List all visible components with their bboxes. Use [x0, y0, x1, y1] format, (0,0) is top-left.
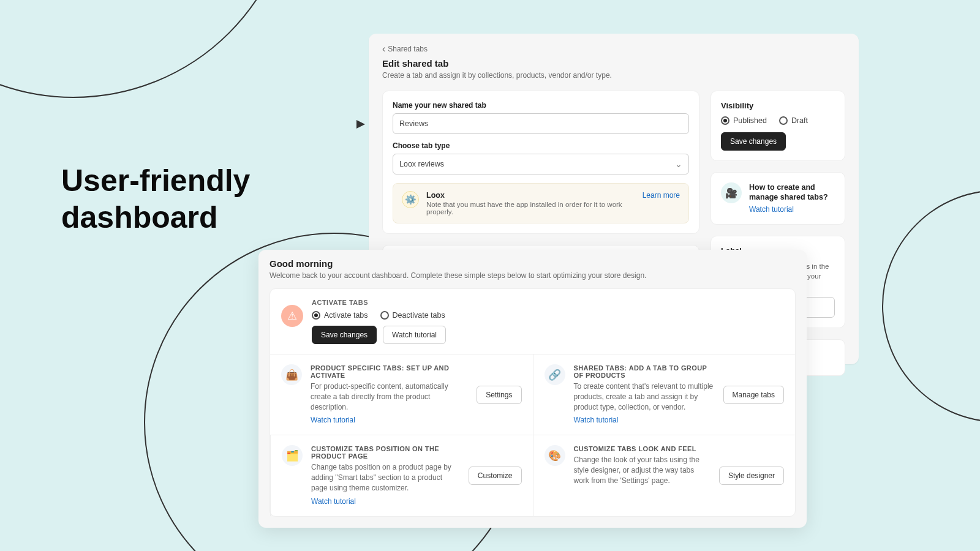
warning-icon: ⚠ [281, 305, 303, 327]
tab-type-select[interactable]: Loox reviews [393, 154, 689, 174]
cell-text: Change tabs position on a product page b… [311, 462, 460, 493]
page-title: Edit shared tab [382, 58, 845, 69]
radio-dot-icon [779, 116, 788, 125]
radio-draft-label: Draft [791, 116, 808, 125]
learn-more-link[interactable]: Learn more [643, 191, 680, 200]
cell-title: CUSTOMIZE TABS LOOK AND FEEL [574, 445, 710, 452]
hero-line-2: dashboard [61, 199, 250, 236]
cell-customize-position: 🗂️ CUSTOMIZE TABS POSITION ON THE PRODUC… [270, 435, 533, 515]
hero-heading: User-friendly dashboard [61, 162, 250, 236]
pointer-arrow-icon [356, 120, 365, 129]
tutorial-title: How to create and manage shared tabs? [749, 182, 835, 203]
tab-type-value: Loox reviews [399, 160, 444, 168]
style-designer-button[interactable]: Style designer [719, 467, 784, 485]
cell-customize-look: 🎨 CUSTOMIZE TABS LOOK AND FEEL Change th… [533, 435, 796, 515]
cell-title: SHARED TABS: ADD A TAB TO GROUP OF PRODU… [574, 364, 715, 379]
settings-button[interactable]: Settings [477, 386, 521, 404]
tutorial-card: 🎥 How to create and manage shared tabs? … [710, 172, 845, 225]
cell-title: PRODUCT SPECIFIC TABS: SET UP AND ACTIVA… [311, 364, 468, 379]
radio-dot-icon [380, 311, 389, 320]
integration-note: ⚙️ Loox Note that you must have the app … [393, 183, 689, 223]
page-subtitle: Create a tab and assign it by collection… [382, 71, 845, 80]
tab-name-input[interactable] [393, 113, 689, 134]
palette-icon: 🎨 [545, 445, 565, 466]
activate-watch-button[interactable]: Watch tutorial [383, 326, 446, 344]
greeting-title: Good morning [270, 258, 796, 269]
cell-shared-tabs: 🔗 SHARED TABS: ADD A TAB TO GROUP OF PRO… [533, 354, 796, 435]
decorative-circle [0, 0, 294, 98]
radio-activate-tabs[interactable]: Activate tabs [312, 311, 368, 320]
radio-dot-selected-icon [312, 311, 320, 320]
decorative-circle [882, 190, 980, 422]
customize-button[interactable]: Customize [469, 467, 522, 485]
type-label: Choose tab type [393, 141, 689, 150]
watch-tutorial-link[interactable]: Watch tutorial [311, 497, 356, 506]
cell-title: CUSTOMIZE TABS POSITION ON THE PRODUCT P… [311, 445, 460, 460]
radio-deactivate-tabs[interactable]: Deactivate tabs [380, 311, 445, 320]
greeting-subtitle: Welcome back to your account dashboard. … [270, 271, 796, 280]
note-title: Loox [426, 191, 635, 200]
radio-deactivate-label: Deactivate tabs [393, 311, 445, 320]
tab-config-card: Name your new shared tab Choose tab type… [382, 91, 699, 234]
activate-save-button[interactable]: Save changes [312, 326, 377, 344]
save-changes-button[interactable]: Save changes [721, 132, 786, 151]
cell-text: To create content that's relevant to mul… [574, 381, 715, 412]
video-icon: 🎥 [721, 182, 742, 203]
activate-row: ⚠ ACTIVATE TABS Activate tabs Deactivate… [270, 289, 795, 354]
visibility-card: Visibility Published Draft Save changes [710, 91, 845, 161]
visibility-title: Visibility [721, 101, 835, 110]
breadcrumb-back[interactable]: Shared tabs [382, 45, 845, 53]
radio-published[interactable]: Published [721, 116, 767, 125]
radio-published-label: Published [733, 116, 767, 125]
radio-dot-selected-icon [721, 116, 729, 125]
gear-icon: ⚙️ [402, 191, 419, 208]
watch-tutorial-link[interactable]: Watch tutorial [574, 416, 619, 424]
link-icon: 🔗 [545, 364, 565, 385]
onboarding-card: ⚠ ACTIVATE TABS Activate tabs Deactivate… [270, 288, 796, 517]
onboarding-grid: 👜 PRODUCT SPECIFIC TABS: SET UP AND ACTI… [270, 354, 795, 516]
cell-text: Change the look of your tabs using the s… [574, 455, 710, 485]
radio-activate-label: Activate tabs [324, 311, 368, 320]
note-text: Note that you must have the app installe… [426, 201, 635, 216]
layout-icon: 🗂️ [282, 445, 303, 466]
breadcrumb-label: Shared tabs [388, 45, 428, 53]
cell-product-specific: 👜 PRODUCT SPECIFIC TABS: SET UP AND ACTI… [270, 354, 533, 435]
manage-tabs-button[interactable]: Manage tabs [723, 386, 784, 404]
cell-text: For product-specific content, automatica… [311, 381, 468, 412]
watch-tutorial-link[interactable]: Watch tutorial [749, 205, 794, 214]
watch-tutorial-link[interactable]: Watch tutorial [311, 416, 355, 424]
activate-caption: ACTIVATE TABS [312, 299, 784, 306]
hero-line-1: User-friendly [61, 162, 250, 199]
dashboard-panel: Good morning Welcome back to your accoun… [258, 250, 807, 528]
name-label: Name your new shared tab [393, 101, 689, 110]
radio-draft[interactable]: Draft [779, 116, 808, 125]
bag-icon: 👜 [281, 364, 302, 385]
